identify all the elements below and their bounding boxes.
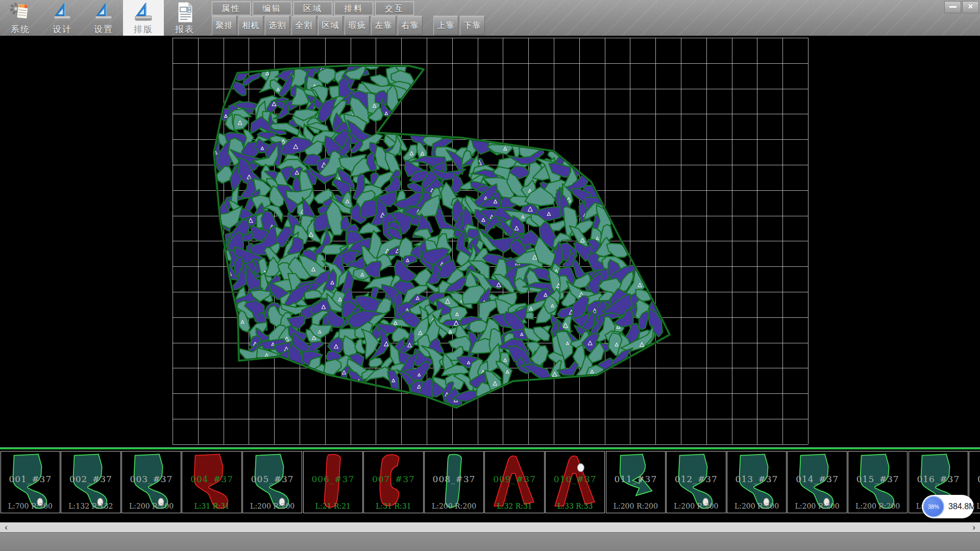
piece-thumbnail-strip: 001_#37L:700 R:700002_#37L:132 R:132003_… <box>0 447 980 522</box>
nesting-canvas-area[interactable] <box>0 36 980 447</box>
toolbar-item-design-ruler[interactable]: 设计 <box>42 0 83 36</box>
piece-label: 012_#37 <box>667 474 726 484</box>
piece-counts: L:33 R:33 <box>546 502 605 510</box>
piece-counts: L:31 R:31 <box>364 502 423 510</box>
piece-thumbnail-001_#37[interactable]: 001_#37L:700 R:700 <box>1 451 61 513</box>
action-button-9[interactable]: 上靠 <box>433 16 458 35</box>
piece-label: 014_#37 <box>788 474 847 484</box>
piece-label: 008_#37 <box>425 474 484 484</box>
piece-counts: L:200 R:200 <box>243 502 302 510</box>
progress-indicator: 38% 384.8M <box>922 495 974 518</box>
piece-counts: L:32 R:31 <box>485 502 544 510</box>
piece-counts: L:200 R:200 <box>788 502 847 510</box>
piece-label: 006_#37 <box>304 474 363 484</box>
piece-counts: L:200 R:200 <box>606 502 666 510</box>
piece-label: 017_#37 <box>969 474 980 484</box>
nesting-app-window: 系统设计设置排版报表 属性编辑区域排料交互 聚排相机选割全割区域瑕疵左靠右靠上靠… <box>0 0 980 551</box>
layout-ruler-icon <box>132 1 155 23</box>
piece-counts: L:700 R:700 <box>1 502 60 510</box>
piece-label: 013_#37 <box>727 474 787 484</box>
piece-thumbnail-004_#37[interactable]: 004_#37L:31 R:31 <box>182 451 242 513</box>
progress-percent: 38% <box>928 504 939 510</box>
piece-counts: L:200 R:200 <box>667 502 726 510</box>
toolbar-item-report-doc[interactable]: 报表 <box>164 0 205 36</box>
action-button-5[interactable]: 区域 <box>318 16 343 35</box>
piece-thumbnail-007_#37[interactable]: 007_#37L:31 R:31 <box>363 451 424 513</box>
menu-tab-2[interactable]: 编辑 <box>253 2 291 15</box>
action-button-8[interactable]: 右靠 <box>398 16 423 35</box>
progress-percent-badge: 38% <box>923 496 944 517</box>
toolbar-item-layout-ruler[interactable]: 排版 <box>123 0 164 36</box>
strip-divider-line <box>0 447 980 449</box>
piece-counts: L:200 R:200 <box>848 502 908 510</box>
action-button-3[interactable]: 选割 <box>265 16 290 35</box>
close-icon: × <box>968 2 973 11</box>
piece-label: 007_#37 <box>364 474 423 484</box>
piece-label: 002_#37 <box>61 474 120 484</box>
piece-thumbnail-015_#37[interactable]: 015_#37L:200 R:200 <box>848 451 908 513</box>
piece-label: 010_#37 <box>546 474 605 484</box>
toolbar-item-label: 设置 <box>83 23 124 35</box>
settings-ruler-icon <box>92 1 115 23</box>
minimize-button[interactable] <box>944 1 961 13</box>
toolbar-item-label: 报表 <box>164 23 205 35</box>
action-button-6[interactable]: 瑕疵 <box>345 16 370 35</box>
piece-thumbnail-013_#37[interactable]: 013_#37L:200 R:200 <box>727 451 787 513</box>
piece-thumbnail-005_#37[interactable]: 005_#37L:200 R:200 <box>242 451 303 513</box>
scroll-right-icon[interactable]: › <box>969 523 979 532</box>
piece-label: 001_#37 <box>1 474 60 484</box>
scroll-left-icon[interactable]: ‹ <box>1 523 11 532</box>
piece-thumbnail-006_#37[interactable]: 006_#37L:21 R:21 <box>303 451 363 513</box>
menu-tab-1[interactable]: 属性 <box>212 2 251 15</box>
piece-thumbnail-011_#37[interactable]: 011_#37L:200 R:200 <box>606 451 666 513</box>
piece-counts: L:132 R:132 <box>61 502 120 510</box>
nesting-canvas[interactable] <box>0 36 980 447</box>
menu-tab-3[interactable]: 区域 <box>293 2 332 15</box>
bottom-status-band <box>0 532 980 551</box>
piece-counts: L:200 R:200 <box>727 502 787 510</box>
menu-tab-4[interactable]: 排料 <box>334 2 373 15</box>
action-button-2[interactable]: 相机 <box>238 16 263 35</box>
window-controls: × <box>943 1 979 13</box>
minimize-icon <box>949 6 957 8</box>
piece-label: 004_#37 <box>182 474 241 484</box>
system-gear-icon <box>9 1 32 23</box>
piece-thumbnail-008_#37[interactable]: 008_#37L:200 R:200 <box>424 451 484 513</box>
piece-label: 016_#37 <box>909 474 968 484</box>
piece-thumbnail-014_#37[interactable]: 014_#37L:200 R:200 <box>787 451 847 513</box>
report-doc-icon <box>173 1 197 23</box>
piece-thumbnail-003_#37[interactable]: 003_#37L:200 R:200 <box>121 451 182 513</box>
action-button-1[interactable]: 聚排 <box>212 16 237 35</box>
toolbar-item-settings-ruler[interactable]: 设置 <box>83 0 124 36</box>
main-toolbar: 系统设计设置排版报表 属性编辑区域排料交互 聚排相机选割全割区域瑕疵左靠右靠上靠… <box>0 0 980 36</box>
design-ruler-icon <box>51 1 74 23</box>
toolbar-item-system-gear[interactable]: 系统 <box>0 0 41 36</box>
action-button-7[interactable]: 左靠 <box>371 16 396 35</box>
piece-label: 003_#37 <box>122 474 181 484</box>
piece-counts: L:21 R:21 <box>304 502 363 510</box>
menu-tab-5[interactable]: 交互 <box>375 2 414 15</box>
piece-label: 009_#37 <box>485 474 544 484</box>
memory-usage: 384.8M <box>948 495 975 518</box>
piece-thumbnail-012_#37[interactable]: 012_#37L:200 R:200 <box>666 451 726 513</box>
action-button-10[interactable]: 下靠 <box>460 16 485 35</box>
toolbar-item-label: 排版 <box>123 23 164 35</box>
piece-thumbnail-009_#37[interactable]: 009_#37L:32 R:31 <box>484 451 545 513</box>
close-button[interactable]: × <box>962 1 979 13</box>
toolbar-item-label: 系统 <box>0 23 41 35</box>
piece-label: 005_#37 <box>243 474 302 484</box>
toolbar-item-label: 设计 <box>42 23 83 35</box>
horizontal-scrollbar[interactable]: ‹ › <box>0 522 980 532</box>
piece-label: 015_#37 <box>848 474 908 484</box>
piece-counts: L:31 R:31 <box>182 502 241 510</box>
piece-label: 011_#37 <box>606 474 666 484</box>
action-button-row: 聚排相机选割全割区域瑕疵左靠右靠上靠下靠 <box>212 16 486 35</box>
piece-thumbnail-010_#37[interactable]: 010_#37L:33 R:33 <box>545 451 605 513</box>
piece-counts: L:200 R:200 <box>425 502 484 510</box>
piece-thumbnail-002_#37[interactable]: 002_#37L:132 R:132 <box>61 451 121 513</box>
action-button-4[interactable]: 全割 <box>291 16 316 35</box>
menu-tab-bar: 属性编辑区域排料交互 <box>212 2 416 15</box>
piece-counts: L:200 R:200 <box>122 502 181 510</box>
